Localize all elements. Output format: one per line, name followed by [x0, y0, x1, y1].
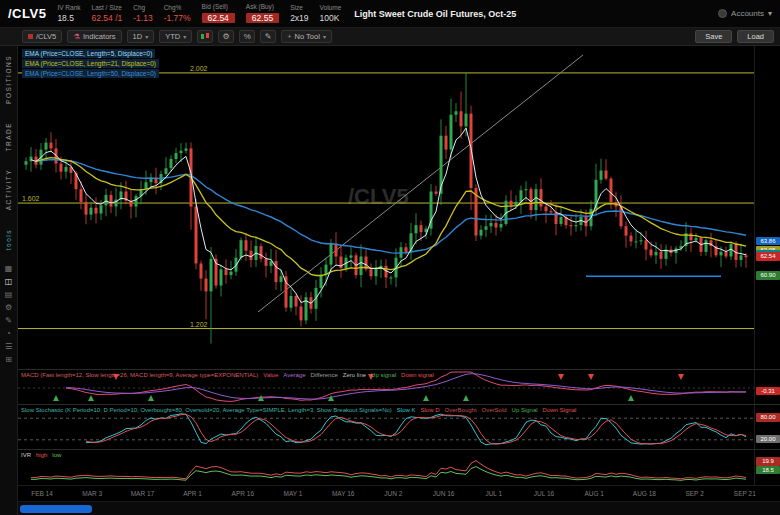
chart-type-button[interactable] — [197, 30, 213, 43]
active-tool-dropdown[interactable]: + No Tool ▾ — [281, 30, 332, 43]
stat-ask-buy-: Ask (Buy)62.55 — [246, 4, 279, 23]
legend-text: IVR — [21, 452, 31, 458]
macd-label[interactable]: MACD (Fast length=12, Slow length=26, MA… — [21, 372, 439, 378]
quote-stats: IV Rank18.5Last / Size62.54 /1Chg-1.13Ch… — [57, 4, 341, 23]
sidebar-tab-trade[interactable]: TRADE — [5, 122, 12, 152]
date-axis: FEB 14MAR 3MAR 17APR 1APR 16MAY 1MAY 16J… — [18, 485, 780, 501]
date-label: JUN 16 — [433, 490, 455, 497]
panel-divider[interactable] — [18, 368, 780, 371]
stat-label: IV Rank — [57, 5, 80, 12]
sidebar-tab-tools[interactable]: tools — [5, 229, 12, 250]
ema-legend: EMA (Price=CLOSE, Length=5, Displace=0)E… — [22, 49, 159, 79]
ema-legend-row-1[interactable]: EMA (Price=CLOSE, Length=21, Displace=0) — [22, 59, 159, 68]
stat-bid-sell-: Bid (Sell)62.54 — [202, 4, 235, 23]
stat-chg-: Chg%-1.77% — [164, 5, 191, 22]
legend-text: Zero line — [343, 372, 366, 378]
stat-volume: Volume100K — [320, 5, 342, 22]
symbol-chip[interactable]: /CLV5 — [22, 30, 62, 43]
axis-price-bubble: -0.31 — [756, 387, 780, 396]
stat-label: Last / Size — [92, 5, 123, 12]
percent-scale-button[interactable]: % — [239, 30, 255, 43]
sidebar-tabs: POSITIONSTRADEACTIVITYtools — [5, 46, 12, 259]
up-signal-arrow — [628, 395, 634, 401]
list-icon[interactable]: ▤ — [5, 291, 13, 299]
accounts-menu[interactable]: Accounts ▾ — [718, 9, 772, 18]
gear-icon[interactable]: ⚙ — [5, 304, 12, 312]
candles-layer — [25, 73, 748, 344]
window-icon[interactable]: ⊞ — [5, 356, 12, 364]
stat-value: 18.5 — [57, 14, 80, 23]
stat-size: Size2x19 — [290, 5, 308, 22]
symbol-label[interactable]: /CLV5 — [8, 6, 46, 21]
stat-value: 62.54 — [202, 13, 235, 24]
timeframe-dropdown[interactable]: 1D ▾ — [127, 30, 155, 43]
chart-bottom-strip — [18, 501, 780, 515]
trendline-drawing[interactable] — [258, 55, 583, 312]
accounts-label: Accounts — [731, 9, 764, 18]
sidebar-tab-activity[interactable]: ACTIVITY — [5, 169, 12, 210]
legend-text: Average — [283, 372, 305, 378]
indicator-line — [31, 467, 746, 481]
sidebar-tab-positions[interactable]: POSITIONS — [5, 55, 12, 104]
macd-axis: -0.31 — [754, 370, 780, 404]
active-tool-label: No Tool — [295, 32, 320, 41]
date-label: APR 16 — [232, 490, 254, 497]
stat-label: Bid (Sell) — [202, 4, 235, 11]
panel-divider[interactable] — [18, 448, 780, 451]
macd-panel: MACD (Fast length=12, Slow length=26, MA… — [18, 369, 780, 404]
stat-value: 62.54 /1 — [92, 14, 123, 23]
sidebar-icons: ▦◫▤⚙✎◔☰⊞ — [5, 265, 13, 364]
timeframe-value: 1D — [133, 32, 143, 41]
date-label: SEP 21 — [734, 490, 756, 497]
clock-icon[interactable]: ◔ — [6, 330, 11, 338]
legend-text: OverSold — [482, 407, 507, 413]
legend-text: Slow K — [397, 407, 416, 413]
grid-icon[interactable]: ▦ — [5, 265, 13, 273]
up-signal-arrow — [463, 395, 469, 401]
menu-icon[interactable]: ☰ — [5, 343, 12, 351]
legend-text: MACD (Fast length=12, Slow length=26, MA… — [21, 372, 258, 378]
legend-text: Up signal — [371, 372, 396, 378]
ema-legend-row-0[interactable]: EMA (Price=CLOSE, Length=5, Displace=0) — [22, 49, 155, 58]
symbol-chip-label: /CLV5 — [36, 32, 56, 41]
pencil-icon[interactable]: ✎ — [5, 317, 12, 325]
price-chart-canvas[interactable]: 2.0021.6021.202 — [18, 46, 754, 369]
legend-text: Slow D — [421, 407, 440, 413]
date-label: AUG 18 — [633, 490, 656, 497]
ema-legend-row-2[interactable]: EMA (Price=CLOSE, Length=50, Displace=0) — [22, 69, 159, 78]
stat-label: Chg — [133, 5, 152, 12]
chart-icon[interactable]: ◫ — [5, 278, 13, 286]
stat-value: 100K — [320, 14, 342, 23]
indicators-button[interactable]: ⚗ Indicators — [67, 30, 121, 43]
chart-toolbar: /CLV5 ⚗ Indicators 1D ▾ YTD ▾ ⚙ % ✎ + No… — [0, 28, 780, 46]
chart-settings-button[interactable]: ⚙ — [218, 30, 234, 43]
legend-text: Slow Stochastic (K Period=10, D Period=1… — [21, 407, 392, 413]
drawing-tools-button[interactable]: ✎ — [260, 30, 276, 43]
svg-text:2.002: 2.002 — [190, 65, 208, 72]
date-label: MAR 3 — [82, 490, 102, 497]
stat-value: 2x19 — [290, 14, 308, 23]
down-signal-arrow — [558, 374, 564, 380]
range-dropdown[interactable]: YTD ▾ — [159, 30, 192, 43]
price-axis[interactable]: 63.8663.0562.7362.5460.90 — [754, 46, 780, 369]
indicator-line — [36, 158, 746, 276]
date-label: APR 1 — [183, 490, 202, 497]
date-label: JUL 1 — [485, 490, 502, 497]
date-label: MAR 17 — [131, 490, 154, 497]
axis-price-bubble: 19.9 — [756, 457, 780, 466]
axis-price-bubble: 20.00 — [756, 435, 780, 444]
stat-label: Volume — [320, 5, 342, 12]
ivr-chart-canvas[interactable] — [18, 450, 754, 485]
load-button[interactable]: Load — [737, 30, 774, 43]
axis-price-bubble: 62.54 — [756, 252, 780, 261]
ivr-label[interactable]: IVRhighlow — [21, 452, 66, 458]
gear-icon: ⚙ — [223, 32, 230, 41]
legend-text: Value — [263, 372, 278, 378]
stochastic-axis: 80.0020.00 — [754, 405, 780, 449]
stat-value: -1.13 — [133, 14, 152, 23]
chevron-down-icon: ▾ — [323, 33, 326, 40]
stochastic-label[interactable]: Slow Stochastic (K Period=10, D Period=1… — [21, 407, 581, 413]
panel-divider[interactable] — [18, 403, 780, 406]
save-button[interactable]: Save — [695, 30, 732, 43]
chart-hscroll-thumb[interactable] — [20, 505, 92, 513]
